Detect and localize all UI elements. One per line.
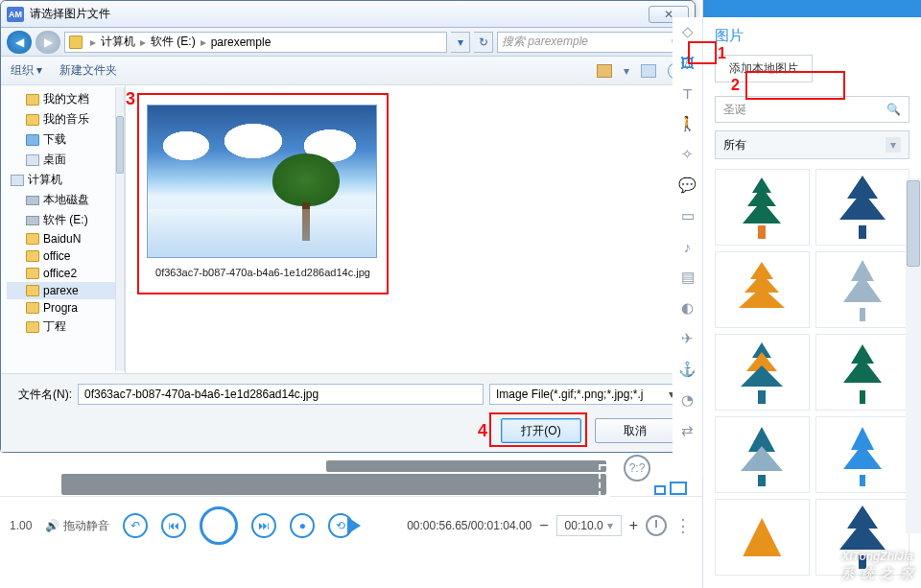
tree-item[interactable]: 本地磁盘 [7,190,125,210]
drive-icon [69,35,83,49]
tree-label: office2 [43,267,77,280]
file-thumbnail[interactable] [147,105,377,258]
person-icon[interactable]: 🚶 [679,115,697,132]
record-icon: ● [299,519,306,532]
back-button[interactable]: ◀ [7,31,32,54]
minus-button[interactable]: − [539,517,548,534]
clipart-item[interactable] [715,251,810,328]
prev-icon: ⏮ [168,519,179,532]
tree-item[interactable]: 软件 (E:) [7,210,125,230]
tree-item[interactable]: BaiduN [7,230,125,247]
tree-label: BaiduN [43,232,81,246]
crumb-drive[interactable]: 软件 (E:) [151,34,196,50]
clock-icon[interactable] [646,515,667,536]
clip-bar[interactable] [61,474,606,495]
clipart-item[interactable] [815,334,910,411]
layout-toggle[interactable] [654,482,687,495]
tree-item[interactable]: Progra [7,299,125,317]
tree-label: 本地磁盘 [43,192,89,208]
new-folder-button[interactable]: 新建文件夹 [59,62,117,79]
tree-label: office [43,249,70,263]
flash-icon[interactable]: ◐ [679,299,697,317]
panel-scrollbar[interactable] [906,178,921,533]
pie-icon[interactable]: ◔ [679,391,697,409]
transfer-icon[interactable]: ⇄ [679,422,697,439]
undo-button[interactable]: ↶ [123,513,148,538]
image-search-input[interactable]: 圣诞 🔍 [715,96,909,123]
folder-tree[interactable]: 我的文档我的音乐下载桌面计算机本地磁盘软件 (E:)BaiduNofficeof… [1,85,126,373]
chevron-down-icon: ▾ [886,137,901,153]
tree-scrollbar[interactable] [115,87,125,371]
crumb-folder[interactable]: parexemple [211,35,272,49]
folder-icon [26,321,39,333]
view-thumb-icon[interactable] [597,64,612,78]
crumb-dropdown[interactable]: ▾ [451,32,470,53]
crumb-computer[interactable]: 计算机 [101,34,135,50]
clipart-item[interactable] [815,251,910,328]
clipart-item[interactable] [715,499,810,576]
side-tool-strip: ◇🖼T🚶✧💬▭♪▤◐✈⚓◔⇄✱ [673,17,703,478]
clipart-item[interactable] [815,416,910,493]
file-list[interactable]: 3 0f363ac7-b087-470a-b4a6-1e1d286ad14c.j… [126,85,695,373]
timeline[interactable]: ?:? [0,453,702,497]
tree-item[interactable]: 我的文档 [7,89,125,109]
view-dd[interactable]: ▾ [624,64,629,78]
play-button[interactable] [200,506,238,545]
clipart-item[interactable] [715,169,810,246]
plus-button[interactable]: + [629,517,638,534]
tree-item[interactable]: 桌面 [7,150,125,170]
clipart-item[interactable] [815,499,910,576]
forward-button[interactable]: ▶ [35,31,60,54]
tree-item[interactable]: office2 [7,265,125,282]
folder-icon [26,250,39,262]
wand-icon[interactable]: ✧ [679,146,697,163]
category-filter[interactable]: 所有 ▾ [715,130,909,159]
tree-item[interactable]: parexe [7,282,125,299]
tree-item[interactable]: office [7,247,125,265]
filename-label: 文件名(N): [14,387,72,403]
organize-menu[interactable]: 组织 ▾ [11,62,42,79]
undo-icon: ↶ [130,519,140,532]
folder-icon [26,216,39,225]
refresh-button[interactable]: ↻ [474,32,493,53]
folder-icon [26,134,39,146]
clipart-item[interactable] [815,169,910,246]
folder-icon[interactable]: ▭ [679,207,697,224]
step-input[interactable]: 00:10.0▾ [556,515,622,536]
film-icon[interactable]: ▤ [679,269,697,286]
clip-bar[interactable] [326,460,606,472]
clipart-item[interactable] [715,334,810,411]
prev-button[interactable]: ⏮ [161,513,186,538]
playhead[interactable] [599,464,610,497]
tree-item[interactable]: 丁程 [7,317,125,337]
file-caption: 0f363ac7-b087-470a-b4a6-1e1d286ad14c.jpg [145,266,381,279]
clipart-item[interactable] [715,416,810,493]
breadcrumb[interactable]: ▸ 计算机 ▸ 软件 (E:) ▸ parexemple [64,32,447,53]
time-display: 00:00:56.65/00:01:04.00 [407,519,531,532]
record-button[interactable]: ● [290,513,315,538]
tree-item[interactable]: 我的音乐 [7,109,125,129]
dialog-toolbar: 组织 ▾ 新建文件夹 ▾ ? [1,57,695,85]
tree-item[interactable]: 下载 [7,129,125,150]
text-icon[interactable]: T [679,84,697,102]
cancel-button[interactable]: 取消 [595,418,675,443]
preview-pane-icon[interactable] [641,64,656,78]
chat-icon[interactable]: 💬 [679,176,697,194]
folder-icon [26,196,39,205]
app-badge: AM [7,7,24,22]
shape-icon[interactable]: ◇ [679,23,697,40]
unknown-time-badge: ?:? [624,455,650,482]
filename-field[interactable] [78,384,484,405]
dialog-titlebar[interactable]: AM 请选择图片文件 ✕ [1,1,695,28]
search-input[interactable]: 搜索 parexemple 🔍 [497,32,689,53]
filetype-combo[interactable]: Image File(*.gif;*.png;*.jpg;*.j ▾ [489,384,681,405]
plane-icon[interactable]: ✈ [679,330,697,347]
tree-item[interactable]: 计算机 [7,170,125,190]
tree-label: 我的文档 [43,91,89,107]
next-button[interactable]: ⏭ [251,513,276,538]
more-icon[interactable]: ⋮ [674,515,693,536]
mute-toggle[interactable]: 🔊拖动静音 [45,518,109,534]
playback-controls: 1.00 🔊拖动静音 ↶ ⏮ ⏭ ● ⟲ 00:00:56.65/00:01:0… [0,497,702,554]
music-icon[interactable]: ♪ [679,238,697,255]
anchor-icon[interactable]: ⚓ [679,361,697,378]
